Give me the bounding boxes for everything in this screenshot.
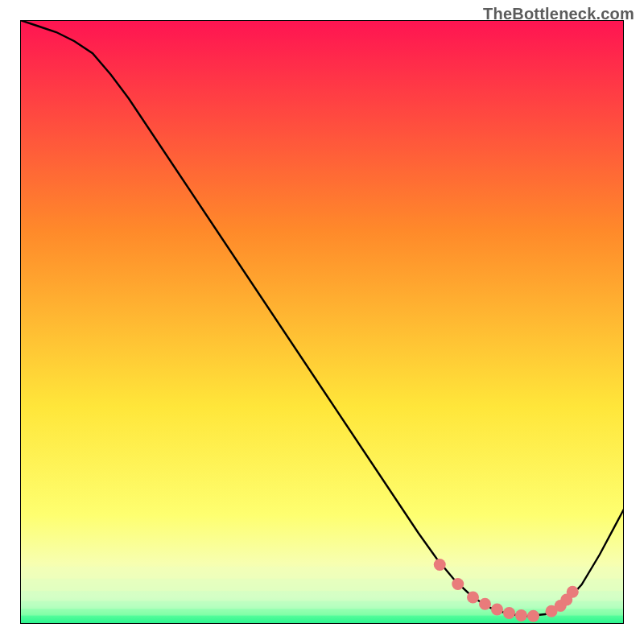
curve-marker bbox=[515, 609, 527, 621]
curve-marker bbox=[467, 592, 479, 604]
curve-marker bbox=[567, 586, 579, 598]
curve-marker bbox=[527, 610, 539, 622]
curve-marker bbox=[434, 559, 446, 571]
green-band bbox=[20, 591, 624, 601]
curve-marker bbox=[491, 604, 503, 616]
chart-container: TheBottleneck.com bbox=[0, 0, 644, 644]
green-band bbox=[20, 567, 624, 580]
curve-marker bbox=[479, 598, 491, 610]
watermark-label: TheBottleneck.com bbox=[483, 5, 634, 23]
green-band bbox=[20, 601, 624, 609]
curve-marker bbox=[503, 607, 515, 619]
plot-svg bbox=[20, 20, 624, 624]
gradient-background bbox=[20, 20, 624, 624]
green-band bbox=[20, 579, 624, 592]
plot-area bbox=[20, 20, 624, 624]
curve-marker bbox=[452, 578, 464, 590]
